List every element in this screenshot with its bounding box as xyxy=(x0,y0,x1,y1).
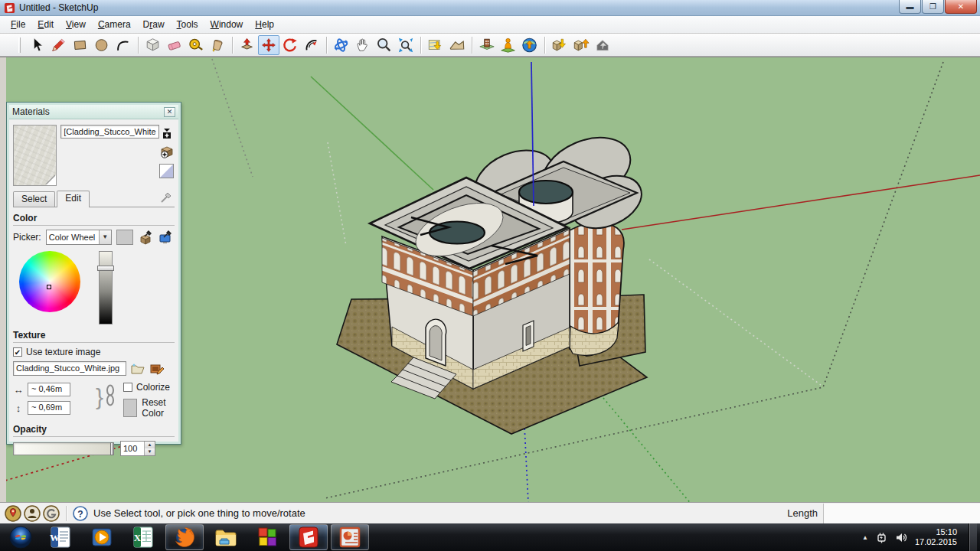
menu-file[interactable]: File xyxy=(5,17,31,32)
tab-select[interactable]: Select xyxy=(13,191,55,207)
close-button[interactable]: ✕ xyxy=(945,0,977,14)
power-plug-icon[interactable] xyxy=(875,531,888,544)
opacity-spinbox[interactable]: 100 ▲ ▼ xyxy=(120,441,155,456)
start-button[interactable] xyxy=(3,524,38,550)
use-texture-checkbox[interactable]: ✔ xyxy=(13,347,22,357)
tab-edit[interactable]: Edit xyxy=(57,191,90,207)
taskbar-powerpoint-button[interactable] xyxy=(331,524,369,550)
circle-tool-button[interactable] xyxy=(91,35,113,55)
opacity-spin-up[interactable]: ▲ xyxy=(145,442,155,448)
match-screen-color-button[interactable] xyxy=(158,230,173,245)
lock-aspect-chain-icon[interactable] xyxy=(105,380,116,411)
model-apse[interactable] xyxy=(570,223,624,356)
share-component-tool-button[interactable] xyxy=(592,35,613,55)
zoom-extents-tool-button[interactable] xyxy=(395,35,416,55)
menu-window[interactable]: Window xyxy=(204,17,250,32)
credit-attribution-button[interactable] xyxy=(24,505,41,522)
zoom-tool-button[interactable] xyxy=(374,35,395,55)
get-models-tool-button[interactable] xyxy=(549,35,570,55)
sign-in-button[interactable] xyxy=(43,505,60,522)
texture-width-field[interactable]: ~ 0,46m xyxy=(28,383,70,396)
color-wheel[interactable] xyxy=(19,251,80,312)
menu-draw[interactable]: Draw xyxy=(137,17,171,32)
toolbar-separator xyxy=(544,37,545,54)
color-wheel-cursor[interactable] xyxy=(47,285,51,289)
make-component-icon xyxy=(145,37,162,54)
secondary-pane-button[interactable] xyxy=(159,126,174,140)
material-name-field[interactable]: [Cladding_Stucco_White xyxy=(60,125,158,139)
push-pull-tool-button[interactable] xyxy=(237,35,258,55)
make-component-tool-button[interactable] xyxy=(142,35,164,55)
offset-tool-button[interactable] xyxy=(301,35,322,55)
minimize-button[interactable]: ▬ xyxy=(899,0,921,14)
picker-dropdown[interactable]: Color Wheel ▼ xyxy=(46,230,112,245)
sample-paint-button[interactable] xyxy=(159,191,173,207)
show-desktop-button[interactable] xyxy=(969,523,977,551)
geolocation-button[interactable] xyxy=(5,505,21,522)
current-color-swatch[interactable] xyxy=(116,230,133,245)
pan-tool-button[interactable] xyxy=(352,35,374,55)
photo-textures-tool-button[interactable] xyxy=(476,35,498,55)
colorize-checkbox[interactable] xyxy=(123,383,132,392)
materials-panel-titlebar[interactable]: Materials ✕ xyxy=(9,105,178,119)
add-new-building-icon xyxy=(500,37,517,54)
menu-help[interactable]: Help xyxy=(249,17,280,32)
restore-button[interactable]: ❐ xyxy=(922,0,944,14)
reset-color-swatch[interactable] xyxy=(123,399,137,417)
opacity-section-header: Opacity xyxy=(13,424,175,435)
match-model-color-button[interactable] xyxy=(138,230,153,245)
add-new-building-tool-button[interactable] xyxy=(498,35,519,55)
toggle-terrain-tool-button[interactable] xyxy=(446,35,468,55)
toolbar-grip[interactable] xyxy=(18,37,21,53)
menu-camera[interactable]: Camera xyxy=(92,17,137,32)
menu-edit[interactable]: Edit xyxy=(31,17,60,32)
arc-tool-button[interactable] xyxy=(113,35,134,55)
browse-texture-button[interactable] xyxy=(130,362,145,376)
eraser-tool-button[interactable] xyxy=(164,35,185,55)
value-slider[interactable] xyxy=(99,251,113,324)
help-icon[interactable]: ? xyxy=(73,506,88,521)
taskbar-excel-button[interactable]: X xyxy=(124,524,162,550)
volume-icon[interactable] xyxy=(895,531,908,544)
paint-bucket-tool-button[interactable] xyxy=(207,35,228,55)
move-tool-button[interactable] xyxy=(258,35,279,55)
line-tool-button[interactable] xyxy=(48,35,70,55)
material-preview-swatch[interactable] xyxy=(13,125,57,186)
texture-file-field[interactable]: Cladding_Stucco_White.jpg xyxy=(13,361,126,376)
tray-clock[interactable]: 15:10 17.02.2015 xyxy=(915,527,962,547)
default-material-button[interactable] xyxy=(159,164,174,178)
texture-height-field[interactable]: ~ 0,69m xyxy=(28,401,70,415)
taskbar-word-button[interactable]: W xyxy=(41,524,80,550)
reset-color-label[interactable]: Reset Color xyxy=(142,397,175,419)
measurement-field[interactable] xyxy=(823,504,980,523)
title-bar[interactable]: Untitled - SketchUp ▬ ❐ ✕ xyxy=(0,0,980,16)
get-current-view-tool-button[interactable] xyxy=(425,35,446,55)
value-slider-thumb[interactable] xyxy=(97,266,114,271)
tray-expand-icon[interactable]: ▲ xyxy=(862,534,868,541)
share-model-tool-button[interactable] xyxy=(570,35,592,55)
materials-close-button[interactable]: ✕ xyxy=(164,107,175,117)
edit-texture-button[interactable] xyxy=(149,362,165,376)
select-tool-button[interactable] xyxy=(27,35,48,55)
opacity-spin-down[interactable]: ▼ xyxy=(145,448,155,455)
opacity-slider-thumb[interactable] xyxy=(110,442,113,455)
taskbar-media-player-button[interactable] xyxy=(83,524,121,550)
preview-in-google-earth-tool-button[interactable] xyxy=(519,35,541,55)
taskbar-explorer-button[interactable] xyxy=(207,524,245,550)
orbit-tool-button[interactable] xyxy=(331,35,352,55)
opacity-slider[interactable] xyxy=(13,442,114,455)
menu-tools[interactable]: Tools xyxy=(171,17,204,32)
tape-measure-tool-button[interactable] xyxy=(185,35,207,55)
taskbar-sketchup-button[interactable] xyxy=(289,524,328,550)
rectangle-tool-button[interactable] xyxy=(70,35,91,55)
rotate-tool-button[interactable] xyxy=(279,35,301,55)
opacity-value[interactable]: 100 xyxy=(121,442,144,455)
menu-view[interactable]: View xyxy=(60,17,92,32)
photo-textures-icon xyxy=(479,37,495,54)
preview-in-google-earth-icon xyxy=(521,37,538,54)
windows-taskbar: WX ▲ 15:10 17.02.2015 xyxy=(0,523,980,551)
taskbar-office-squares-button[interactable] xyxy=(248,524,286,550)
create-material-button[interactable] xyxy=(159,145,174,159)
taskbar-firefox-button[interactable] xyxy=(165,524,204,550)
model-window-slit[interactable] xyxy=(523,321,534,351)
